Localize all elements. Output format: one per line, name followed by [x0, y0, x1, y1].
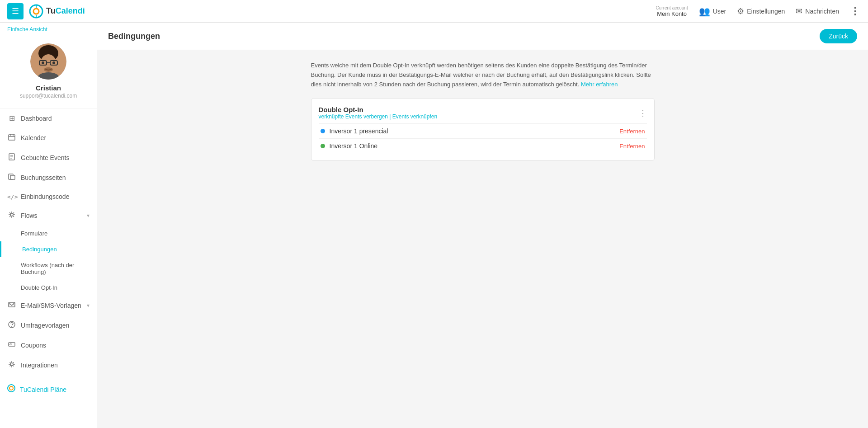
- subnav-double-optin[interactable]: Double Opt-In: [0, 280, 97, 296]
- card-header: Double Opt-In verknüpfte Events verberge…: [319, 106, 647, 120]
- main-layout: Einfache Ansicht: [0, 23, 868, 428]
- content-area: Bedingungen Zurück Events welche mit dem…: [97, 23, 868, 428]
- nachrichten-button[interactable]: ✉ Nachrichten: [796, 6, 839, 16]
- dot-online: [321, 144, 325, 148]
- svg-point-41: [9, 386, 13, 390]
- sidebar-item-buchungsseiten[interactable]: Buchungsseiten: [0, 168, 97, 188]
- svg-point-10: [42, 61, 44, 64]
- avatar: [30, 43, 66, 80]
- card-title: Double Opt-In: [319, 106, 438, 113]
- user-email: support@tucalendi.com: [20, 93, 77, 99]
- buchungsseiten-icon: [7, 173, 16, 182]
- events-icon: [7, 153, 16, 162]
- user-profile: Cristian support@tucalendi.com: [0, 36, 97, 108]
- svg-point-12: [44, 67, 53, 72]
- double-optin-card: Double Opt-In verknüpfte Events verberge…: [311, 98, 655, 161]
- card-more-icon[interactable]: ⋮: [639, 108, 647, 118]
- hide-events-link[interactable]: verknüpfte Events verbergen: [319, 113, 388, 120]
- sidebar: Einfache Ansicht: [0, 23, 97, 428]
- event-name-1: Inversor 1 presencial: [330, 127, 388, 135]
- svg-rect-23: [10, 175, 15, 179]
- plans-icon: [7, 384, 15, 395]
- svg-line-32: [9, 216, 11, 217]
- more-options-button[interactable]: ⋮: [850, 5, 861, 17]
- topnav-right: Current account Mein Konto 👥 User ⚙ Eins…: [656, 5, 861, 17]
- svg-line-29: [9, 212, 11, 214]
- sidebar-item-tucalendi-plaene[interactable]: TuCalendi Pläne: [0, 379, 97, 400]
- remove-event-1-button[interactable]: Entfernen: [619, 128, 645, 135]
- einstellungen-button[interactable]: ⚙ Einstellungen: [737, 6, 785, 16]
- mail-icon: ✉: [796, 6, 802, 16]
- mehr-erfahren-link[interactable]: Mehr erfahren: [581, 81, 618, 88]
- sidebar-item-email-sms[interactable]: E-Mail/SMS-Vorlagen ▾: [0, 296, 97, 315]
- logo-text: TuCalendi: [46, 6, 85, 16]
- logo: TuCalendi: [29, 4, 85, 19]
- topnav: ☰ TuCalendi Current account Mein Konto 👥…: [0, 0, 868, 23]
- email-sms-chevron-icon: ▾: [87, 302, 90, 309]
- card-links: verknüpfte Events verbergen | Events ver…: [319, 113, 438, 120]
- connect-events-link[interactable]: Events verknüpfen: [392, 113, 437, 120]
- back-button[interactable]: Zurück: [820, 29, 857, 43]
- settings-icon: ⚙: [737, 6, 744, 16]
- svg-point-11: [52, 61, 55, 64]
- sidebar-item-integrationen[interactable]: Integrationen: [0, 355, 97, 375]
- flows-subnav: Formulare Bedingungen Workflows (nach de…: [0, 226, 97, 296]
- dashboard-icon: ⊞: [7, 114, 16, 122]
- svg-point-40: [8, 385, 15, 392]
- sidebar-item-flows[interactable]: Flows ▾: [0, 206, 97, 226]
- event-item-1: Inversor 1 presencial Entfernen: [319, 123, 647, 138]
- info-text: Events welche mit dem Double Opt-In verk…: [311, 61, 655, 89]
- flows-chevron-icon: ▾: [87, 212, 90, 219]
- hamburger-button[interactable]: ☰: [7, 3, 24, 19]
- umfragevorlagen-icon: [7, 321, 16, 330]
- svg-rect-14: [9, 135, 15, 140]
- simple-view-link[interactable]: Einfache Ansicht: [0, 23, 97, 36]
- sidebar-item-gebuchte-events[interactable]: Gebuchte Events: [0, 148, 97, 168]
- svg-point-35: [11, 326, 12, 327]
- calendar-icon: [7, 133, 16, 142]
- svg-line-31: [13, 212, 14, 214]
- event-name-2: Inversor 1 Online: [330, 142, 378, 150]
- flows-icon: [7, 211, 16, 220]
- sidebar-item-kalender[interactable]: Kalender: [0, 128, 97, 148]
- event-item-2: Inversor 1 Online Entfernen: [319, 138, 647, 153]
- svg-point-1: [33, 9, 39, 14]
- subnav-bedingungen[interactable]: Bedingungen: [0, 241, 97, 257]
- remove-event-2-button[interactable]: Entfernen: [619, 143, 645, 150]
- subnav-formulare[interactable]: Formulare: [0, 226, 97, 241]
- svg-point-37: [10, 344, 11, 345]
- content-header: Bedingungen Zurück: [97, 23, 868, 50]
- integrationen-icon: [7, 361, 16, 370]
- user-name: Cristian: [36, 84, 61, 92]
- content-body: Events welche mit dem Double Opt-In verk…: [97, 50, 868, 172]
- users-icon: 👥: [699, 6, 710, 17]
- sidebar-item-dashboard[interactable]: ⊞ Dashboard: [0, 108, 97, 128]
- sidebar-item-coupons[interactable]: Coupons: [0, 335, 97, 355]
- coupons-icon: [7, 341, 16, 350]
- code-icon: </>: [7, 193, 16, 200]
- mein-konto-button[interactable]: Current account Mein Konto: [656, 5, 688, 17]
- dot-presencial: [321, 129, 325, 133]
- email-sms-icon: [7, 301, 16, 310]
- user-button[interactable]: 👥 User: [699, 6, 726, 17]
- sidebar-item-umfragevorlagen[interactable]: Umfragevorlagen: [0, 315, 97, 335]
- subnav-workflows[interactable]: Workflows (nach der Buchung): [0, 257, 97, 280]
- page-title: Bedingungen: [108, 32, 160, 41]
- sidebar-item-einbindungscode[interactable]: </> Einbindungscode: [0, 188, 97, 206]
- svg-line-30: [13, 216, 14, 217]
